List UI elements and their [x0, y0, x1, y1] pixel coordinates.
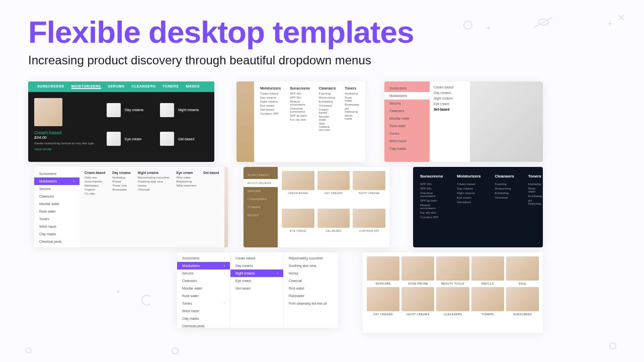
sidebar-item[interactable]: Serums [384, 100, 430, 107]
drill-item[interactable]: Toners [177, 300, 230, 307]
menu-item[interactable]: Hydrating [528, 183, 542, 186]
menu-item[interactable]: Day creams [260, 96, 281, 99]
drill-item[interactable]: Rejuvenating cucumber [284, 254, 337, 262]
grid-item[interactable]: CREAM-BASED [282, 171, 314, 206]
menu-item[interactable]: Mineral sunscreens [420, 204, 443, 210]
menu-item[interactable]: Daily use [85, 176, 105, 179]
menu-item[interactable]: Rice water [177, 176, 196, 179]
menu-item[interactable]: pH balancing [345, 107, 359, 113]
menu-item[interactable]: Night creams [457, 192, 480, 195]
menu-item[interactable]: Contains SPF [420, 216, 443, 219]
category-tile[interactable]: DAY CREAMS [367, 287, 399, 316]
category-tile[interactable]: SALE [506, 256, 539, 285]
grid-item[interactable]: EYE CREAM [282, 209, 314, 243]
sidebar-item[interactable]: SUNSCREENS [244, 171, 278, 179]
sidebar-item[interactable]: Moisturizers› [34, 177, 79, 185]
menu-item[interactable]: Rose water [528, 187, 542, 193]
menu-item[interactable]: Moisturizing [319, 96, 336, 99]
drill-item[interactable]: Witch hazel [177, 307, 230, 315]
sidebar-item[interactable]: Serums [34, 185, 79, 193]
menu-item[interactable]: Oil-based [319, 104, 336, 107]
menu-item[interactable]: Brightening [177, 180, 196, 183]
drill-item[interactable]: Cleansers [177, 277, 230, 285]
menu-item[interactable]: Exfoliating [319, 100, 336, 103]
sidebar-item[interactable]: MOISTURIZERS [244, 179, 278, 187]
menu-item[interactable]: Cream-based [457, 183, 480, 186]
nav-tab[interactable]: MASKS [186, 84, 200, 89]
category-tile[interactable]: REFILLS [471, 256, 504, 285]
menu-item[interactable]: Foaming [319, 92, 336, 95]
menu-item[interactable]: Oil-based [495, 196, 514, 199]
drill-item[interactable]: Serums [177, 269, 230, 277]
menu-item[interactable]: Mineral sunscreens [290, 100, 310, 106]
category-tile[interactable]: ACNE-PRONE [401, 256, 434, 285]
drill-item[interactable]: Day creams [230, 262, 283, 269]
sidebar-item[interactable]: Witch hazel [384, 137, 430, 145]
drill-item[interactable]: Chemical peels [177, 322, 230, 328]
sidebar-item[interactable]: Rose water [384, 122, 430, 130]
sidebar-item[interactable]: Micellar water [384, 115, 430, 122]
column-heading[interactable]: Day creams [112, 171, 131, 174]
view-more-link[interactable]: VIEW MORE [34, 148, 100, 151]
menu-item[interactable]: Micellar water [319, 115, 336, 121]
drill-item[interactable]: Pore-cleansing tea tree oil [284, 300, 337, 307]
menu-item[interactable]: Moisturizing [495, 187, 514, 190]
sidebar-item[interactable]: Chemical peels [34, 238, 79, 245]
menu-item[interactable]: Cream-based [260, 92, 281, 95]
menu-item[interactable]: Chemical sunscreens [290, 107, 310, 113]
column-heading[interactable]: Night creams [138, 171, 170, 174]
menu-item[interactable]: Cream-based [434, 85, 466, 89]
menu-item[interactable]: Chemical sunscreens [420, 192, 443, 198]
menu-item[interactable]: Eye cream [457, 196, 480, 199]
menu-item[interactable]: Soothing aloe vera [138, 180, 170, 183]
drill-item[interactable]: Charcoal [284, 277, 337, 285]
menu-item[interactable]: Acne-friendly [85, 180, 105, 183]
menu-item[interactable]: Contains SPF [260, 112, 281, 115]
sidebar-item[interactable]: Rose water [34, 208, 79, 215]
sidebar-item[interactable]: Sunscreens [34, 170, 79, 177]
menu-item[interactable]: Hydrating [345, 92, 359, 95]
drill-item[interactable]: Rosewater [284, 292, 337, 300]
product-title[interactable]: Cream-based [34, 130, 100, 135]
sidebar-item[interactable]: MASKS [244, 211, 278, 219]
sidebar-item[interactable]: SERUMS [244, 187, 278, 195]
grid-item[interactable]: CONTAINS SPF [353, 209, 385, 243]
menu-item[interactable]: Day creams [434, 91, 466, 95]
menu-item[interactable]: Travel size [112, 184, 131, 187]
menu-item[interactable]: Milla treatment [177, 184, 196, 187]
menu-item[interactable]: With makeup remover [319, 122, 336, 131]
drill-item[interactable]: Cream-based [230, 254, 283, 262]
nav-tab[interactable]: CLEANSERS [131, 84, 155, 89]
sidebar-item[interactable]: Sunscreens [384, 84, 430, 92]
drill-item[interactable]: Gel-based [230, 285, 283, 292]
menu-item[interactable]: Rosewater [112, 188, 131, 191]
menu-item[interactable]: Night creams [260, 100, 281, 103]
nav-tab[interactable]: SUNSCREENS [37, 84, 64, 89]
category-tile[interactable]: SKINCARE [367, 256, 399, 285]
drill-item[interactable]: Micellar water [177, 285, 230, 292]
menu-item[interactable]: Rosewater [345, 103, 359, 106]
category-tile[interactable]: SUNSCREEN [506, 287, 539, 316]
sidebar-item[interactable]: Cleansers [384, 107, 430, 115]
grid-item[interactable]: DAY CREAMS [317, 171, 350, 206]
sidebar-item[interactable]: Toners [34, 215, 79, 223]
menu-item[interactable]: Witch hazel [345, 114, 359, 120]
menu-item[interactable]: pH balancing [528, 199, 542, 205]
drill-item[interactable]: Rose water [177, 292, 230, 300]
menu-item[interactable]: Primer [112, 180, 131, 183]
menu-item[interactable]: SPF 50+ [290, 96, 310, 99]
menu-item[interactable]: For oily skin [420, 211, 443, 214]
drill-item[interactable]: Honey [284, 269, 337, 277]
sidebar-item[interactable]: Cleansers [34, 193, 79, 200]
category-tile[interactable]: CLEANSERS [436, 287, 469, 316]
menu-item[interactable]: Gel-based [457, 201, 480, 204]
menu-item[interactable]: Eye cream [260, 104, 281, 107]
sidebar-item[interactable]: Witch hazel [34, 223, 79, 230]
sidebar-item[interactable]: Moisturizers [384, 92, 430, 100]
menu-item[interactable]: Organic [85, 188, 105, 191]
menu-item[interactable]: Gel-based [160, 127, 208, 151]
menu-item[interactable]: Eye cream [434, 102, 466, 106]
sidebar-item[interactable]: CLEANSERS [244, 195, 278, 203]
menu-item[interactable]: Exfoliating [528, 195, 542, 198]
menu-item[interactable]: Charcoal [138, 188, 170, 191]
